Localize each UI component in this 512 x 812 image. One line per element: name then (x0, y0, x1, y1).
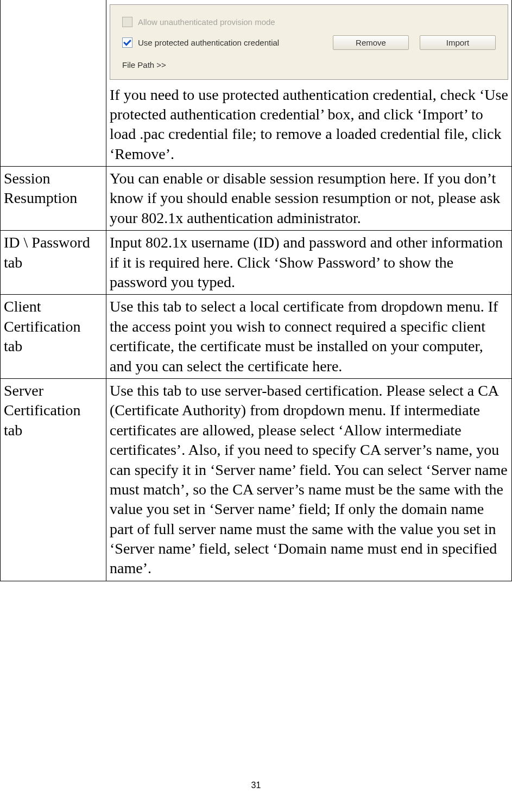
settings-table: Allow unauthenticated provision mode Use… (0, 0, 512, 581)
import-button[interactable]: Import (420, 35, 496, 50)
row-content-cell: Allow unauthenticated provision mode Use… (106, 0, 512, 167)
row-content-cell: Use this tab to select a local certifica… (106, 295, 512, 379)
row-content-cell: Use this tab to use server-based certifi… (106, 378, 512, 581)
row-label-cell: Server Certification tab (1, 378, 106, 581)
allow-unauthenticated-row: Allow unauthenticated provision mode (122, 17, 496, 28)
table-row: Session Resumption You can enable or dis… (1, 167, 512, 231)
use-protected-credential-checkbox[interactable] (122, 37, 132, 48)
credential-panel: Allow unauthenticated provision mode Use… (110, 4, 508, 80)
table-row: Client Certification tab Use this tab to… (1, 295, 512, 379)
row-label-cell (1, 0, 106, 167)
row-content-cell: You can enable or disable session resump… (106, 167, 512, 231)
allow-unauthenticated-label: Allow unauthenticated provision mode (138, 17, 275, 28)
table-row: Allow unauthenticated provision mode Use… (1, 0, 512, 167)
use-protected-credential-row: Use protected authentication credential … (122, 35, 496, 50)
table-row: Server Certification tab Use this tab to… (1, 378, 512, 581)
file-path-label: File Path >> (122, 60, 496, 71)
table-row: ID \ Password tab Input 802.1x username … (1, 231, 512, 295)
allow-unauthenticated-checkbox (122, 17, 132, 27)
page-number: 31 (0, 781, 512, 790)
row-label-cell: Client Certification tab (1, 295, 106, 379)
credential-description: If you need to use protected authenticat… (110, 85, 508, 164)
row-label-cell: Session Resumption (1, 167, 106, 231)
use-protected-credential-label: Use protected authentication credential (138, 37, 279, 48)
row-label-cell: ID \ Password tab (1, 231, 106, 295)
remove-button[interactable]: Remove (333, 35, 409, 50)
row-content-cell: Input 802.1x username (ID) and password … (106, 231, 512, 295)
